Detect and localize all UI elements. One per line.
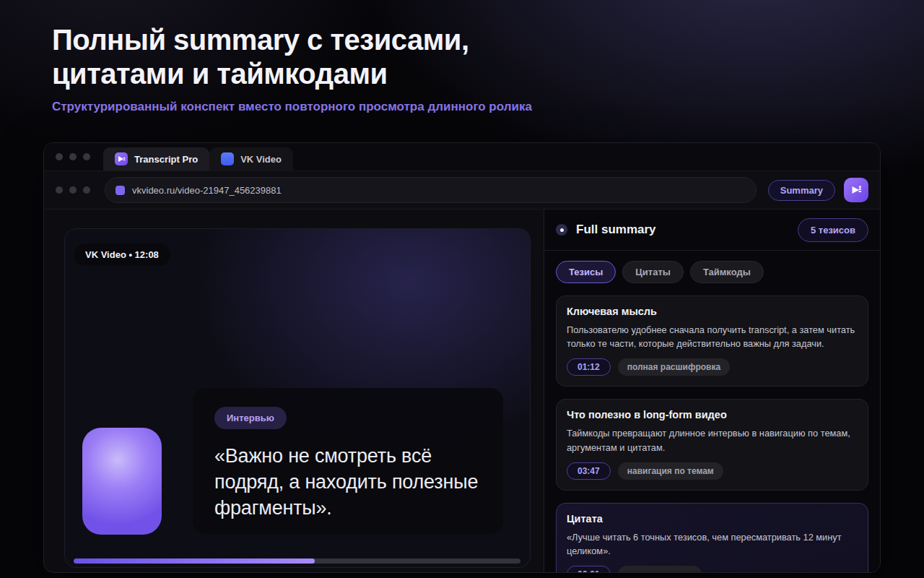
browser-toolbar: vkvideo.ru/video-21947_456239881 Summary [44, 171, 880, 210]
window-content: VK Video • 12:08 Интервью «Важно не смот… [44, 210, 880, 572]
extension-button[interactable] [844, 178, 868, 202]
filter-tab-timecodes[interactable]: Таймкоды [690, 261, 764, 283]
card-meta: 06:31 точные тезисы [567, 566, 858, 572]
url-bar[interactable]: vkvideo.ru/video-21947_456239881 [105, 177, 757, 203]
tag-pill: навигация по темам [618, 462, 723, 480]
summary-button[interactable]: Summary [768, 180, 835, 201]
timecode-pill[interactable]: 01:12 [567, 358, 611, 376]
quote-tag-badge: Интервью [214, 407, 287, 429]
thesis-card-list: Ключевая мысль Пользователю удобнее снач… [556, 296, 868, 572]
card-body: Пользователю удобнее сначала получить tr… [567, 323, 858, 350]
vk-video-icon [221, 152, 234, 165]
window-control-dot[interactable] [56, 153, 63, 160]
window-control-dot[interactable] [83, 153, 90, 160]
url-text: vkvideo.ru/video-21947_456239881 [132, 185, 282, 196]
card-meta: 03:47 навигация по темам [567, 462, 858, 480]
video-area: VK Video • 12:08 Интервью «Важно не смот… [44, 210, 544, 572]
timecode-pill[interactable]: 06:31 [567, 566, 611, 572]
card-title: Цитата [567, 513, 858, 525]
summary-filter-tabs: Тезисы Цитаты Таймкоды [556, 261, 868, 283]
video-badge: VK Video • 12:08 [74, 243, 170, 266]
browser-window: Transcript Pro VK Video vkvideo.ru/video… [43, 142, 881, 573]
quote-text: «Важно не смотреть всё подряд, а находит… [214, 444, 481, 522]
transcript-pro-icon [115, 152, 128, 165]
summary-panel: Full summary 5 тезисов Тезисы Цитаты Тай… [544, 210, 880, 572]
speaker-avatar [82, 428, 162, 535]
page-title-line2: цитатами и таймкодами [52, 58, 388, 90]
thesis-card-quote[interactable]: Цитата «Лучше читать 6 точных тезисов, ч… [556, 503, 868, 572]
browser-tabstrip: Transcript Pro VK Video [44, 143, 880, 171]
window-controls [56, 153, 90, 160]
card-body: Таймкоды превращают длинное интервью в н… [567, 426, 858, 454]
thesis-card[interactable]: Что полезно в long-form видео Таймкоды п… [556, 399, 868, 490]
thesis-card[interactable]: Ключевая мысль Пользователю удобнее снач… [556, 296, 868, 387]
tag-pill: полная расшифровка [618, 358, 730, 376]
nav-dot[interactable] [69, 186, 77, 194]
video-progress-fill [74, 558, 315, 564]
nav-dot[interactable] [56, 186, 63, 194]
card-body: «Лучше читать 6 точных тезисов, чем пере… [567, 530, 858, 558]
window-control-dot[interactable] [69, 153, 77, 160]
video-player[interactable]: VK Video • 12:08 Интервью «Важно не смот… [64, 228, 531, 568]
panel-title: Full summary [576, 223, 656, 237]
tag-pill: точные тезисы [618, 566, 702, 572]
thesis-count-badge: 5 тезисов [798, 218, 868, 242]
play-summary-icon [850, 184, 863, 197]
tab-label: Transcript Pro [134, 154, 198, 165]
filter-tab-theses[interactable]: Тезисы [556, 261, 616, 283]
toolbar-nav-dots [56, 186, 90, 194]
summary-panel-header: Full summary 5 тезисов [544, 210, 880, 251]
page-title: Полный summary с тезисами, цитатами и та… [52, 23, 532, 91]
page-subtitle: Структурированный конспект вместо повтор… [52, 100, 532, 114]
card-title: Что полезно в long-form видео [567, 409, 858, 420]
filter-tab-quotes[interactable]: Цитаты [622, 261, 684, 283]
nav-dot[interactable] [83, 186, 90, 194]
page-title-line1: Полный summary с тезисами, [52, 24, 469, 56]
card-title: Ключевая мысль [567, 306, 858, 317]
site-favicon-icon [116, 186, 125, 195]
card-meta: 01:12 полная расшифровка [567, 358, 858, 376]
tab-vk-video[interactable]: VK Video [209, 147, 293, 171]
hero-section: Полный summary с тезисами, цитатами и та… [52, 23, 532, 114]
record-dot-icon [556, 224, 567, 236]
tab-transcript-pro[interactable]: Transcript Pro [103, 147, 209, 171]
tab-label: VK Video [240, 154, 282, 165]
timecode-pill[interactable]: 03:47 [567, 462, 611, 480]
video-progress-bar[interactable] [74, 558, 520, 564]
quote-card: Интервью «Важно не смотреть всё подряд, … [193, 388, 503, 534]
summary-panel-body: Тезисы Цитаты Таймкоды Ключевая мысль По… [544, 251, 880, 572]
